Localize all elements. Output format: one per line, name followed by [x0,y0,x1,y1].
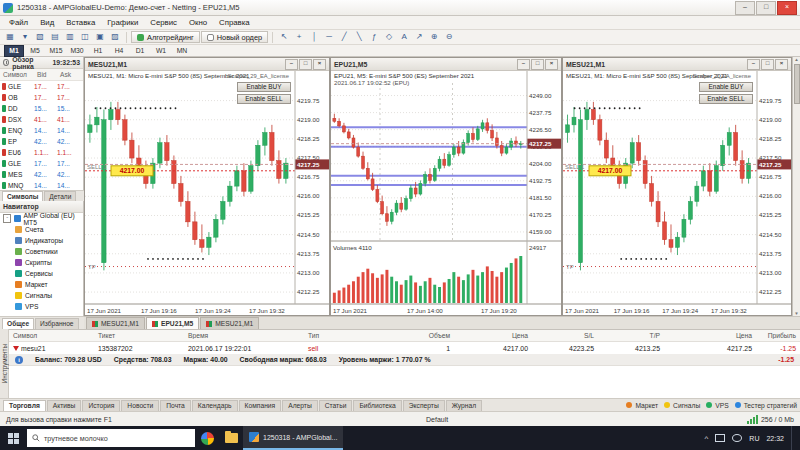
market-watch-col-0[interactable]: Символ [0,71,37,78]
clock-time[interactable]: 22:32 [766,435,784,442]
toolbox-tab-статьи[interactable]: Статьи [319,400,353,411]
market-watch-row[interactable]: MES42...42... [0,169,83,180]
zoom-out-icon[interactable]: ⊖ [442,31,456,43]
column-header-7[interactable]: T/P [598,332,664,339]
taskbar-app-mt5[interactable]: 1250318 - AMPGlobal... [243,426,343,450]
toolbox-toggle-icon[interactable]: ▣ [93,31,107,43]
market-watch-toggle-icon[interactable]: ▤ [48,31,62,43]
file-explorer-icon[interactable] [219,426,243,450]
column-header-2[interactable]: Время [184,332,304,339]
trade-table-header[interactable]: СимволТикетВремяТипОбъемЦенаS/LT/PЦенаПр… [9,330,800,342]
market-watch-row[interactable]: DD15...15... [0,103,83,114]
navigator-item-советники[interactable]: Советники [0,246,83,257]
timeframe-mn[interactable]: MN [172,45,192,57]
column-header-3[interactable]: Тип [304,332,374,339]
menu-service[interactable]: Сервис [144,17,183,28]
navigator-item-vps[interactable]: VPS [0,301,83,312]
menu-charts[interactable]: Графики [101,17,144,28]
enable-sell-button[interactable]: Enable SELL [699,94,753,104]
market-watch-row[interactable]: ENQ14...14... [0,125,83,136]
market-watch-tab-символы[interactable]: Символы [2,191,43,202]
chart-tab-0[interactable]: MESU21,M1 [86,317,145,329]
market-watch-tab-детали[interactable]: Детали [44,191,76,202]
column-header-8[interactable]: Цена [664,332,756,339]
new-chart-icon[interactable]: ▦ [3,31,17,43]
toolbox-tab-календарь[interactable]: Календарь [192,400,238,411]
toolbox-tab-библиотека[interactable]: Библиотека [353,400,401,411]
column-header-1[interactable]: Тикет [94,332,184,339]
charts-scrollbar[interactable]: ▲ ▼ [792,57,800,316]
language-indicator[interactable]: RU [749,435,759,442]
candlestick-chart-mesu21-left[interactable]: 4219.754219.004218.254217.504216.754216.… [85,71,329,315]
market-button[interactable]: Маркет [626,402,658,409]
vps-button[interactable]: VPS [706,402,728,409]
new-order-button[interactable]: Новый ордер [201,31,268,43]
market-watch-column-headers[interactable]: СимволBidAsk [0,69,83,81]
navigator-root[interactable]: -AMP Global (EU) MT5 [0,213,83,224]
title-bar[interactable]: 1250318 - AMPGlobalEU-Demo: Демо-счет - … [0,0,800,16]
data-window-icon[interactable]: ▥ [63,31,77,43]
horizontal-line-icon[interactable]: ─ [322,31,336,43]
chart-restore-icon[interactable]: □ [299,59,312,70]
chart-window-mesu21-right[interactable]: MESU21,M1 – □ × MESU21, M1: Micro E-mini… [562,57,792,316]
column-header-6[interactable]: S/L [532,332,598,339]
menu-view[interactable]: Вид [34,17,60,28]
chart-restore-icon[interactable]: □ [761,59,774,70]
arrow-icon[interactable]: ↗ [412,31,426,43]
chart-close-icon[interactable]: × [545,59,558,70]
menu-insert[interactable]: Вставка [60,17,101,28]
timeframe-m30[interactable]: M30 [67,45,87,57]
strategy-tester-icon[interactable]: ▨ [108,31,122,43]
timeframe-h4[interactable]: H4 [109,45,129,57]
market-watch-header[interactable]: Обзор рынка 19:32:53 [0,57,83,69]
chart-minimize-icon[interactable]: – [747,59,760,70]
toolbox-tab-почта[interactable]: Почта [160,400,191,411]
strategy-tester-button[interactable]: Тестер стратегий [735,402,797,409]
toolbox-tab-торговля[interactable]: Торговля [3,400,46,411]
navigator-item-сигналы[interactable]: Сигналы [0,290,83,301]
navigator-toggle-icon[interactable]: ◫ [78,31,92,43]
chart-caption[interactable]: MESU21,M1 – □ × [563,58,791,71]
vertical-line-icon[interactable]: │ [307,31,321,43]
algo-trading-button[interactable]: Алготрейдинг [131,31,200,43]
shapes-icon[interactable]: ◇ [382,31,396,43]
menu-window[interactable]: Окно [183,17,213,28]
restore-button[interactable]: □ [756,1,776,15]
crosshair-icon[interactable]: + [292,31,306,43]
scrollbar-thumb[interactable] [794,64,800,104]
navigator-item-счета[interactable]: Счета [0,224,83,235]
navigator-tab-избранное[interactable]: Избранное [35,318,78,329]
toolbox-tab-эксперты[interactable]: Эксперты [403,400,445,411]
tray-expand-icon[interactable]: ^ [705,434,709,443]
chart-tab-2[interactable]: MESU21,M1 [200,317,259,329]
candlestick-chart-epu21[interactable]: 4249.004237.754226.504215.254204.004192.… [331,71,561,315]
navigator-item-сервисы[interactable]: Сервисы [0,268,83,279]
navigator-item-скрипты[interactable]: Скрипты [0,257,83,268]
chart-list-icon[interactable]: ▾ [18,31,32,43]
menu-file[interactable]: Файл [3,17,34,28]
menu-help[interactable]: Справка [213,17,256,28]
toolbox-tab-алерты[interactable]: Алерты [282,400,318,411]
toolbox-vertical-tab[interactable]: Инструменты [0,329,9,398]
navigator-item-маркет[interactable]: Маркет [0,279,83,290]
trendline-icon[interactable]: ╱ [337,31,351,43]
navigator-tab-общее[interactable]: Общее [2,318,34,329]
start-button[interactable] [0,426,26,450]
profile-name[interactable]: Default [426,416,747,423]
candlestick-chart-mesu21-right[interactable]: 4219.754219.004218.254217.504216.754216.… [563,71,791,315]
zoom-in-icon[interactable]: ⊕ [427,31,441,43]
fibonacci-icon[interactable]: ƒ [367,31,381,43]
chart-minimize-icon[interactable]: – [285,59,298,70]
navigator-item-индикаторы[interactable]: Индикаторы [0,235,83,246]
expander-icon[interactable]: - [3,214,11,223]
chart-tab-1[interactable]: EPU21,M5 [146,317,199,329]
open-position-row[interactable]: mesu211353872022021.06.17 19:22:01sell14… [9,342,800,354]
market-watch-row[interactable]: EU61.1...1.1... [0,147,83,158]
chart-window-mesu21-left[interactable]: MESU21,M1 – □ × MESU21, M1: Micro E-mini… [84,57,330,316]
enable-buy-button[interactable]: Enable BUY [699,82,753,92]
close-button[interactable]: × [777,1,797,15]
market-watch-row[interactable]: DSX41...41... [0,114,83,125]
chart-caption[interactable]: EPU21,M5 – □ × [331,58,561,71]
timeframe-w1[interactable]: W1 [151,45,171,57]
column-header-4[interactable]: Объем [374,332,454,339]
